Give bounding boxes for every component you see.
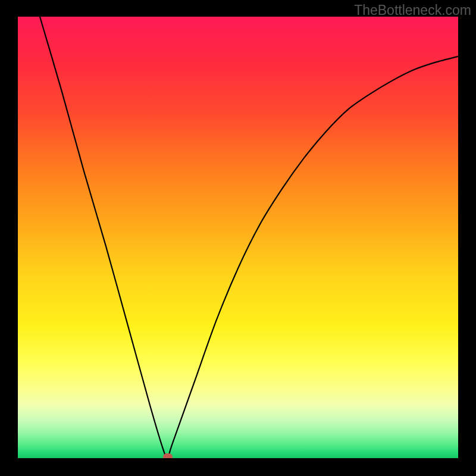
optimal-point-marker — [163, 453, 173, 458]
chart-frame: TheBottleneck.com — [0, 0, 476, 476]
bottleneck-curve-path — [40, 17, 458, 458]
curve-layer — [18, 17, 458, 458]
watermark-text: TheBottleneck.com — [354, 2, 471, 18]
plot-area — [18, 17, 458, 458]
